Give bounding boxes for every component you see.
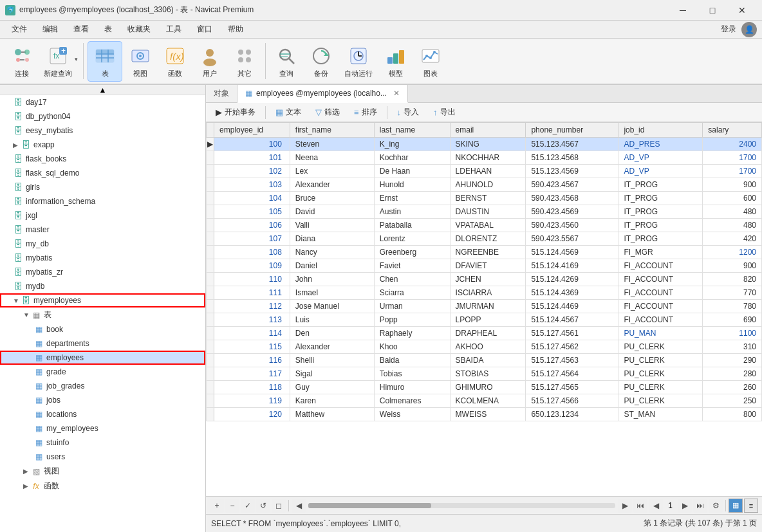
sidebar-item-girls[interactable]: 🗄 girls — [0, 180, 205, 194]
btn-confirm[interactable]: ✓ — [241, 499, 255, 513]
table-row[interactable]: 112Jose ManuelUrmanJMURMAN515.124.4469FI… — [207, 300, 762, 313]
sidebar-item-flask-books[interactable]: 🗄 flask_books — [0, 152, 205, 166]
table-row[interactable]: 116ShelliBaidaSBAIDA515.127.4563PU_CLERK… — [207, 354, 762, 367]
toolbar-table[interactable]: 表 — [88, 41, 122, 82]
table-row[interactable]: 114DenRaphaelyDRAPHEAL515.127.4561PU_MAN… — [207, 327, 762, 340]
table-row[interactable]: 106ValliPataballaVPATABAL590.423.4560IT_… — [207, 219, 762, 232]
sidebar-item-master[interactable]: 🗄 master — [0, 223, 205, 237]
col-email[interactable]: email — [450, 123, 526, 138]
sidebar-item-jobs[interactable]: ▦ jobs — [0, 393, 205, 407]
sidebar-item-jxgl[interactable]: 🗄 jxgl — [0, 208, 205, 223]
login-label[interactable]: 登录 — [721, 24, 736, 35]
sidebar-item-eesy-mybatis[interactable]: 🗄 eesy_mybatis — [0, 124, 205, 138]
menu-edit[interactable]: 编辑 — [36, 21, 64, 37]
table-row[interactable]: 104BruceErnstBERNST590.423.4568IT_PROG60… — [207, 192, 762, 205]
btn-delete-row[interactable]: − — [225, 499, 239, 513]
view-grid[interactable]: ▦ — [729, 499, 743, 513]
tab-close-icon[interactable]: ✕ — [393, 89, 400, 98]
toolbar-chart[interactable]: 图表 — [414, 42, 447, 81]
table-row[interactable]: 103AlexanderHunoldAHUNOLD590.423.4567IT_… — [207, 178, 762, 192]
sidebar-item-information-schema[interactable]: 🗄 information_schema — [0, 194, 205, 208]
page-first[interactable]: ⏮ — [633, 499, 647, 513]
sidebar-item-db-python04[interactable]: 🗄 db_python04 — [0, 109, 205, 124]
col-employee-id[interactable]: employee_id — [214, 123, 290, 138]
toolbar-other[interactable]: 其它 — [228, 42, 261, 81]
table-row[interactable]: 108NancyGreenbergNGREENBE515.124.4569FI_… — [207, 246, 762, 259]
col-job-id[interactable]: job_id — [618, 123, 703, 138]
toolbar-backup[interactable]: 备份 — [304, 42, 338, 81]
sidebar-item-views-folder[interactable]: ▶ ▧ 视图 — [0, 464, 205, 479]
table-row[interactable]: 110JohnChenJCHEN515.124.4269FI_ACCOUNT82… — [207, 273, 762, 286]
table-row[interactable]: 109DanielFavietDFAVIET515.124.4169FI_ACC… — [207, 259, 762, 273]
toolbar-connect[interactable]: 连接 — [5, 42, 39, 81]
sidebar-item-users[interactable]: ▦ users — [0, 450, 205, 464]
sidebar-item-book[interactable]: ▦ book — [0, 322, 205, 336]
new-query-arrow[interactable]: ▾ — [75, 56, 78, 66]
table-row[interactable]: 102LexDe HaanLDEHAAN515.123.4569AD_VP170… — [207, 165, 762, 178]
menu-file[interactable]: 文件 — [5, 21, 33, 37]
sidebar-item-myemployees[interactable]: ▼ 🗄 myemployees — [0, 293, 205, 307]
btn-start-transaction[interactable]: ▶ 开始事务 — [210, 104, 261, 120]
table-row[interactable]: 117SigalTobiasSTOBIAS515.127.4564PU_CLER… — [207, 367, 762, 381]
toolbar-new-query[interactable]: fx + 新建查询 ▾ — [40, 42, 79, 81]
table-row[interactable]: 119KarenColmenaresKCOLMENA515.127.4566PU… — [207, 394, 762, 408]
sidebar-item-stuinfo[interactable]: ▦ stuinfo — [0, 436, 205, 450]
btn-export[interactable]: ↑ 导出 — [427, 104, 461, 120]
sidebar-item-flask-sql-demo[interactable]: 🗄 flask_sql_demo — [0, 166, 205, 180]
table-row[interactable]: 120MatthewWeissMWEISS650.123.1234ST_MAN8… — [207, 408, 762, 421]
sidebar-item-functions-folder[interactable]: ▶ fx 函数 — [0, 479, 205, 493]
page-prev[interactable]: ◀ — [649, 499, 663, 513]
btn-stop[interactable]: ◻ — [272, 499, 286, 513]
btn-add-row[interactable]: + — [210, 499, 224, 513]
scroll-right[interactable]: ▶ — [618, 499, 632, 513]
sidebar-item-mybatis-zr[interactable]: 🗄 mybatis_zr — [0, 265, 205, 279]
toolbar-model[interactable]: 模型 — [379, 42, 413, 81]
sidebar-item-tables-folder[interactable]: ▼ ▦ 表 — [0, 307, 205, 322]
tab-objects[interactable]: 对象 — [206, 85, 237, 102]
table-row[interactable]: 101NeenaKochharNKOCHHAR515.123.4568AD_VP… — [207, 151, 762, 165]
sidebar-item-mydb[interactable]: 🗄 mydb — [0, 279, 205, 293]
table-row[interactable]: 118GuyHimuroGHIMURO515.127.4565PU_CLERK2… — [207, 381, 762, 394]
toolbar-user[interactable]: 用户 — [193, 42, 227, 81]
tab-employees[interactable]: ▦ employees @myemployees (localho... ✕ — [237, 85, 408, 103]
table-row[interactable]: 111IsmaelSciarraISCIARRA515.124.4369FI_A… — [207, 286, 762, 300]
table-row[interactable]: 113LuisPoppLPOPP515.124.4567FI_ACCOUNT69… — [207, 313, 762, 327]
table-row[interactable]: 105DavidAustinDAUSTIN590.423.4569IT_PROG… — [207, 205, 762, 219]
col-phone-number[interactable]: phone_number — [526, 123, 618, 138]
menu-favorites[interactable]: 收藏夹 — [121, 21, 157, 37]
scroll-track[interactable] — [308, 503, 615, 508]
scroll-left[interactable]: ◀ — [292, 499, 306, 513]
minimize-button[interactable]: ─ — [668, 0, 698, 21]
page-next[interactable]: ▶ — [678, 499, 692, 513]
toolbar-view[interactable]: 视图 — [124, 42, 157, 81]
toolbar-autorun[interactable]: 自动运行 — [339, 42, 378, 81]
col-first-name[interactable]: first_name — [290, 123, 374, 138]
btn-text[interactable]: ▦ 文本 — [270, 104, 307, 120]
toolbar-function[interactable]: f(x) 函数 — [158, 42, 192, 81]
sidebar-item-mybatis[interactable]: 🗄 mybatis — [0, 251, 205, 265]
sidebar-item-locations[interactable]: ▦ locations — [0, 407, 205, 421]
btn-import[interactable]: ↓ 导入 — [391, 104, 425, 120]
sidebar-item-day17[interactable]: 🗄 day17 — [0, 95, 205, 109]
menu-tools[interactable]: 工具 — [160, 21, 188, 37]
sidebar-item-my-db[interactable]: 🗄 my_db — [0, 237, 205, 251]
view-form[interactable]: ≡ — [744, 499, 758, 513]
sidebar-item-my-employees[interactable]: ▦ my_employees — [0, 421, 205, 436]
table-row[interactable]: 107DianaLorentzDLORENTZ590.423.5567IT_PR… — [207, 232, 762, 246]
menu-window[interactable]: 窗口 — [190, 21, 219, 37]
table-row[interactable]: ▶100StevenK_ingSKING515.123.4567AD_PRES2… — [207, 138, 762, 151]
btn-refresh[interactable]: ↺ — [256, 499, 270, 513]
sidebar-item-employees[interactable]: ▦ employees — [0, 351, 205, 365]
close-button[interactable]: ✕ — [727, 0, 757, 21]
sidebar-item-departments[interactable]: ▦ departments — [0, 336, 205, 351]
btn-sort[interactable]: ≡ 排序 — [348, 104, 383, 120]
menu-view[interactable]: 查看 — [67, 21, 95, 37]
page-settings[interactable]: ⚙ — [709, 499, 723, 513]
sidebar-item-grade[interactable]: ▦ grade — [0, 365, 205, 379]
table-row[interactable]: 115AlexanderKhooAKHOO515.127.4562PU_CLER… — [207, 340, 762, 354]
btn-filter[interactable]: ▽ 筛选 — [310, 104, 346, 120]
page-last[interactable]: ⏭ — [693, 499, 707, 513]
maximize-button[interactable]: □ — [698, 0, 727, 21]
sidebar-scroll-up[interactable]: ▲ — [0, 85, 205, 95]
col-salary[interactable]: salary — [703, 123, 762, 138]
